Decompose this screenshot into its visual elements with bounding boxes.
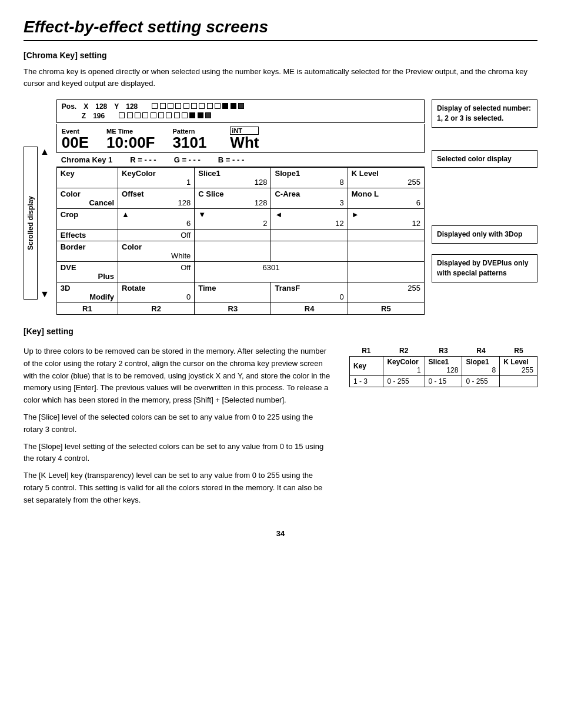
klevel-label: K Level <box>352 169 379 178</box>
cb7 <box>199 103 205 109</box>
rotate-val: 0 <box>122 292 191 301</box>
crop-arrow4: ► <box>352 210 359 219</box>
cb5 <box>183 103 189 109</box>
cb10 <box>222 103 228 109</box>
klevel-val: 255 <box>352 178 420 187</box>
section2-title: [Key] setting <box>24 327 537 336</box>
rotate-label: Rotate <box>122 284 145 292</box>
r-labels-row: R1 R2 R3 R4 R5 <box>56 303 424 315</box>
cb16 <box>142 112 148 118</box>
crop-arrow3: ◄ <box>275 210 282 219</box>
offset-label: Offset <box>122 190 144 198</box>
r1-header: R1 <box>349 345 383 356</box>
callout-3-wrapper: Displayed only with 3Dop <box>432 225 537 244</box>
y-val: 128 <box>126 102 138 111</box>
kt-range-1: 1 - 3 <box>350 376 383 387</box>
color-cancel: Cancel <box>61 198 114 207</box>
kt-keycolor-cell: KeyColor 1 <box>383 357 425 376</box>
key-table-area: R1 R2 R3 R4 R5 Key KeyColor 1 Slice1 12 <box>349 345 537 511</box>
intro-text: The chroma key is opened directly or whe… <box>24 66 537 89</box>
dve-label: DVE <box>61 263 76 272</box>
key-para-4: The [K Level] key (transparency) level c… <box>24 470 332 506</box>
callout-box-4: Displayed by DVEPlus only with special p… <box>432 254 537 282</box>
slope1-val: 8 <box>275 178 343 187</box>
r5-header: R5 <box>500 345 537 356</box>
crop-val3: 12 <box>275 219 343 228</box>
scrolled-display-label: Scrolled display <box>24 147 38 300</box>
int-item: iNT Wht <box>230 127 259 150</box>
r3-header: R3 <box>425 345 462 356</box>
cb8 <box>207 103 213 109</box>
key-row-1: Key KeyColor 1 Slice1 128 Slope1 8 K Le <box>350 357 537 376</box>
key-table-headers: R1 R2 R3 R4 R5 <box>349 345 537 356</box>
z-val: 196 <box>93 112 105 120</box>
carea-val: 3 <box>275 198 343 207</box>
key-setting-section: Up to three colors to be removed can be … <box>24 345 537 511</box>
cb9 <box>215 103 221 109</box>
dve-6301: 6301 <box>263 263 280 272</box>
callout-area: Display of selected number: 1, 2 or 3 is… <box>432 99 537 282</box>
monol-val: 6 <box>352 198 420 207</box>
cb14 <box>127 112 133 118</box>
kt-slice1-cell: Slice1 128 <box>425 357 462 376</box>
kt-range-5 <box>500 376 537 387</box>
cb23 <box>198 112 203 118</box>
pattern-val: 3101 <box>173 135 207 150</box>
callout-box-3: Displayed only with 3Dop <box>432 225 537 244</box>
top-display: Pos. X 128 Y 128 <box>56 99 425 123</box>
y-label: Y <box>114 102 119 111</box>
key-para-2: The [Slice] level of the selected colors… <box>24 411 332 436</box>
kt-range-2: 0 - 255 <box>383 376 425 387</box>
r3-label: R3 <box>195 303 271 315</box>
key-row-2: 1 - 3 0 - 255 0 - 15 0 - 255 <box>350 376 537 387</box>
cb1 <box>152 103 158 109</box>
crop-val1: 6 <box>122 219 191 228</box>
slice1-val: 128 <box>198 178 267 187</box>
3d-modify-label: Modify <box>61 292 114 301</box>
me-time-item: ME Time 10:00F <box>106 128 155 150</box>
cb15 <box>135 112 141 118</box>
kt-slice1-label: Slice1 <box>429 358 449 366</box>
callout-2-wrapper: Selected color display <box>432 150 537 168</box>
callout-box-2: Selected color display <box>432 150 537 168</box>
transf-val2: 255 <box>352 284 420 292</box>
kt-keycolor-val: 1 <box>387 366 420 374</box>
effects-val: Off <box>122 231 191 240</box>
key-label: Key <box>61 169 75 178</box>
cb3 <box>168 103 173 109</box>
kt-slice1-val: 128 <box>429 366 459 374</box>
kt-range-3: 0 - 15 <box>425 376 462 387</box>
chroma-g-val: G = - - - <box>174 155 201 164</box>
r4-header: R4 <box>462 345 500 356</box>
screen-table-wrapper: Pos. X 128 Y 128 <box>56 99 425 315</box>
transf-val: 0 <box>275 292 343 301</box>
table-row: Crop ▲6 ▼2 ◄12 ►12 <box>56 209 424 230</box>
color-label: Color <box>61 190 81 198</box>
slope1-label: Slope1 <box>275 169 300 178</box>
3d-label: 3D <box>61 284 71 292</box>
scroll-down-arrow: ▼ <box>40 289 49 300</box>
kt-slope1-val: 8 <box>466 366 496 374</box>
page-title: Effect-by-effect setting screens <box>24 18 537 41</box>
settings-table: Key KeyColor1 Slice1128 Slope18 K Level2… <box>56 167 425 315</box>
monol-label: Mono L <box>352 190 379 198</box>
cb4 <box>175 103 181 109</box>
event-val: 00E <box>62 135 89 150</box>
r2-label: R2 <box>118 303 195 315</box>
crop-arrow1: ▲ <box>122 210 129 219</box>
cb20 <box>174 112 180 118</box>
table-row: DVEPlus Off 6301 <box>56 262 424 282</box>
keycolor-val: 1 <box>122 178 191 187</box>
cb18 <box>158 112 164 118</box>
crop-arrow2: ▼ <box>198 210 206 219</box>
cb19 <box>166 112 172 118</box>
r2-header: R2 <box>383 345 425 356</box>
kt-range-4: 0 - 255 <box>462 376 500 387</box>
cb13 <box>119 112 125 118</box>
table-row: Key KeyColor1 Slice1128 Slope18 K Level2… <box>56 168 424 188</box>
table-row: Effects Off <box>56 230 424 241</box>
callout-4-wrapper: Displayed by DVEPlus only with special p… <box>432 254 537 282</box>
x-val: 128 <box>95 102 107 111</box>
pos-label: Pos. <box>62 102 76 111</box>
chroma-r-val: R = - - - <box>130 155 156 164</box>
